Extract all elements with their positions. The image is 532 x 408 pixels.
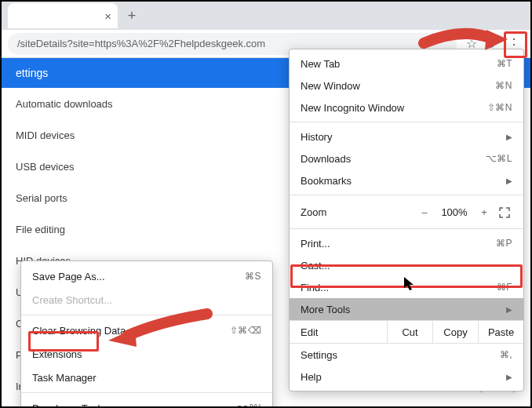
submenu-item-developer-tools[interactable]: Developer Tools⌥⌘I — [21, 396, 272, 408]
submenu-item-label: Clear Browsing Data... — [32, 325, 134, 337]
submenu-item-save-page[interactable]: Save Page As...⌘S — [21, 264, 272, 288]
submenu-item-shortcut: ⌘S — [245, 271, 261, 282]
fullscreen-icon[interactable] — [497, 206, 512, 218]
menu-item-shortcut: ⇧⌘N — [487, 102, 512, 113]
submenu-item-label: Extensions — [32, 348, 82, 360]
menu-item-new-tab[interactable]: New Tab⌘T — [290, 53, 523, 75]
submenu-item-extensions[interactable]: Extensions — [21, 342, 272, 366]
more-tools-submenu: Save Page As...⌘S Create Shortcut... Cle… — [20, 260, 273, 408]
submenu-item-label: Save Page As... — [32, 271, 105, 282]
zoom-in-button[interactable]: + — [476, 206, 492, 218]
menu-item-more-tools[interactable]: More Tools▶ — [290, 298, 523, 320]
menu-item-print[interactable]: Print...⌘P — [290, 232, 523, 254]
submenu-item-task-manager[interactable]: Task Manager — [21, 366, 272, 389]
menu-item-label: Bookmarks — [301, 175, 352, 187]
submenu-item-create-shortcut: Create Shortcut... — [21, 288, 272, 311]
menu-item-shortcut: ⌘N — [495, 80, 512, 91]
omnibox-url: /siteDetails?site=https%3A%2F%2Fhelpdesk… — [17, 38, 265, 49]
menu-item-new-incognito[interactable]: New Incognito Window⇧⌘N — [290, 97, 523, 118]
menu-item-shortcut: ⌘F — [497, 282, 512, 293]
edit-label: Edit — [290, 321, 387, 343]
chevron-right-icon: ▶ — [506, 373, 512, 381]
menu-item-label: Help — [301, 371, 322, 383]
submenu-item-shortcut: ⇧⌘⌫ — [230, 325, 262, 336]
settings-row-label: USB devices — [16, 161, 74, 173]
menu-item-help[interactable]: Help▶ — [290, 366, 523, 388]
submenu-item-label: Developer Tools — [32, 403, 105, 409]
browser-tab[interactable]: × — [8, 3, 118, 28]
settings-banner-title: ettings — [16, 67, 48, 79]
close-tab-icon[interactable]: × — [104, 9, 111, 23]
submenu-item-clear-browsing-data[interactable]: Clear Browsing Data...⇧⌘⌫ — [21, 319, 272, 342]
edit-cut-button[interactable]: Cut — [387, 321, 432, 343]
menu-divider — [21, 392, 272, 393]
menu-item-edit: Edit Cut Copy Paste — [290, 320, 523, 344]
zoom-label: Zoom — [301, 206, 412, 218]
menu-item-bookmarks[interactable]: Bookmarks▶ — [290, 169, 523, 191]
menu-item-label: Cast... — [301, 260, 330, 271]
menu-item-label: New Window — [301, 80, 360, 92]
chevron-right-icon: ▶ — [506, 177, 512, 185]
menu-item-shortcut: ⌘P — [496, 238, 512, 249]
zoom-value: 100% — [437, 206, 472, 218]
menu-item-history[interactable]: History▶ — [290, 126, 523, 148]
menu-divider — [290, 228, 523, 229]
menu-item-label: Settings — [301, 349, 337, 361]
menu-item-label: History — [301, 131, 332, 143]
edit-paste-button[interactable]: Paste — [478, 321, 523, 343]
menu-item-shortcut: ⌘T — [497, 58, 512, 69]
menu-item-new-window[interactable]: New Window⌘N — [290, 75, 523, 97]
chevron-right-icon: ▶ — [506, 133, 512, 141]
profile-avatar-icon[interactable] — [486, 40, 494, 48]
new-tab-button[interactable]: + — [121, 5, 143, 27]
submenu-item-label: Create Shortcut... — [32, 294, 112, 306]
chrome-menu: New Tab⌘T New Window⌘N New Incognito Win… — [289, 49, 524, 392]
menu-item-downloads[interactable]: Downloads⌥⌘L — [290, 148, 523, 169]
menu-item-label: Print... — [301, 238, 330, 250]
menu-divider — [290, 195, 523, 195]
menu-item-shortcut: ⌘, — [500, 349, 512, 360]
menu-item-find[interactable]: Find...⌘F — [290, 276, 523, 298]
menu-item-label: More Tools — [301, 304, 350, 315]
settings-row-label: Automatic downloads — [16, 98, 113, 110]
zoom-out-button[interactable]: – — [417, 206, 432, 218]
edit-copy-button[interactable]: Copy — [432, 321, 478, 343]
settings-row-label: Serial ports — [16, 192, 67, 204]
menu-item-label: Find... — [301, 282, 329, 293]
settings-row-label: MIDI devices — [16, 129, 75, 141]
menu-item-label: New Incognito Window — [301, 102, 404, 114]
tab-bar: × + — [2, 2, 530, 30]
menu-divider — [21, 315, 272, 315]
submenu-item-shortcut: ⌥⌘I — [237, 403, 261, 408]
menu-divider — [290, 122, 523, 122]
menu-item-shortcut: ⌥⌘L — [486, 153, 512, 164]
settings-row-label: File editing — [16, 224, 65, 235]
chevron-right-icon: ▶ — [506, 305, 512, 314]
menu-item-settings[interactable]: Settings⌘, — [290, 344, 523, 366]
menu-item-label: New Tab — [301, 58, 340, 70]
menu-item-zoom: Zoom – 100% + — [290, 199, 523, 225]
submenu-item-label: Task Manager — [32, 372, 97, 384]
menu-item-label: Downloads — [301, 153, 351, 165]
menu-item-cast[interactable]: Cast... — [290, 254, 523, 276]
